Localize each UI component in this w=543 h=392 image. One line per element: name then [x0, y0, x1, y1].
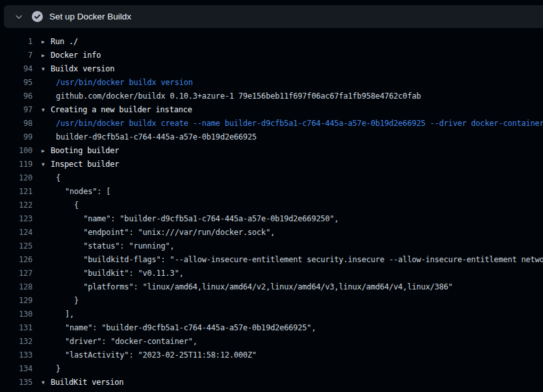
command-text: /usr/bin/docker buildx version: [51, 76, 543, 90]
group-title[interactable]: Booting builder: [51, 144, 543, 158]
step-header[interactable]: Set up Docker Buildx: [4, 5, 543, 28]
line-number[interactable]: 134: [0, 362, 32, 376]
group-title[interactable]: Buildx version: [51, 62, 543, 76]
line-number[interactable]: 127: [0, 267, 32, 280]
check-circle-icon: [29, 11, 45, 22]
output-text: {: [51, 199, 543, 212]
log-group-row: 135▼BuildKit version: [0, 376, 543, 389]
log-line-row: 125 "status": "running",: [0, 239, 543, 253]
line-number[interactable]: 133: [0, 349, 32, 362]
log-group-row: 1▶Run ./: [0, 35, 543, 49]
log-line-row: 122 {: [0, 199, 543, 212]
marker-spacer: [32, 362, 51, 376]
group-expanded-triangle-icon[interactable]: ▼: [32, 376, 51, 389]
marker-spacer: [32, 321, 51, 335]
log-line-row: 131 "name": "builder-d9cfb5a1-c764-445a-…: [0, 321, 543, 335]
log-group-row: 94▼Buildx version: [0, 62, 543, 76]
log-viewer: 1▶Run ./7▶Docker info94▼Buildx version95…: [0, 28, 543, 392]
line-number[interactable]: 125: [0, 239, 32, 253]
group-collapsed-triangle-icon[interactable]: ▶: [32, 49, 51, 62]
output-text: "endpoint": "unix:///var/run/docker.sock…: [51, 226, 543, 239]
marker-spacer: [32, 253, 51, 267]
log-line-row: 127 "buildkit": "v0.11.3",: [0, 267, 543, 280]
output-text: "status": "running",: [51, 239, 543, 253]
marker-spacer: [32, 117, 51, 130]
output-text: "lastActivity": "2023-02-25T11:58:12.000…: [51, 349, 543, 362]
marker-spacer: [32, 267, 51, 280]
log-group-row: 97▼Creating a new builder instance: [0, 103, 543, 117]
marker-spacer: [32, 308, 51, 321]
line-number[interactable]: 119: [0, 158, 32, 171]
log-line-row: 98/usr/bin/docker buildx create --name b…: [0, 117, 543, 130]
group-title[interactable]: Creating a new builder instance: [51, 103, 543, 117]
chevron-down-icon[interactable]: [9, 12, 29, 21]
line-number[interactable]: 96: [0, 90, 32, 103]
marker-spacer: [32, 90, 51, 103]
line-number[interactable]: 1: [0, 35, 32, 49]
line-number[interactable]: 97: [0, 103, 32, 117]
output-text: "platforms": "linux/amd64,linux/amd64/v2…: [51, 280, 543, 294]
group-expanded-triangle-icon[interactable]: ▼: [32, 158, 51, 171]
line-number[interactable]: 124: [0, 226, 32, 239]
line-number[interactable]: 121: [0, 185, 32, 199]
marker-spacer: [32, 185, 51, 199]
line-number[interactable]: 131: [0, 321, 32, 335]
line-number[interactable]: 126: [0, 253, 32, 267]
log-line-row: 129 }: [0, 294, 543, 308]
output-text: "nodes": [: [51, 185, 543, 199]
output-text: "buildkit": "v0.11.3",: [51, 267, 543, 280]
marker-spacer: [32, 349, 51, 362]
log-line-row: 99builder-d9cfb5a1-c764-445a-a57e-0b19d2…: [0, 130, 543, 144]
line-number[interactable]: 129: [0, 294, 32, 308]
group-collapsed-triangle-icon[interactable]: ▶: [32, 35, 51, 49]
marker-spacer: [32, 199, 51, 212]
output-text: builder-d9cfb5a1-c764-445a-a57e-0b19d2e6…: [51, 130, 543, 144]
group-title[interactable]: Run ./: [51, 35, 543, 49]
group-expanded-triangle-icon[interactable]: ▼: [32, 103, 51, 117]
log-group-row: 100▶Booting builder: [0, 144, 543, 158]
output-text: "buildkitd-flags": "--allow-insecure-ent…: [51, 253, 543, 267]
line-number[interactable]: 7: [0, 49, 32, 62]
line-number[interactable]: 94: [0, 62, 32, 76]
group-title[interactable]: Inspect builder: [51, 158, 543, 171]
log-line-row: 132 "driver": "docker-container",: [0, 335, 543, 349]
line-number[interactable]: 95: [0, 76, 32, 90]
line-number[interactable]: 98: [0, 117, 32, 130]
marker-spacer: [32, 130, 51, 144]
log-line-row: 121 "nodes": [: [0, 185, 543, 199]
log-line-row: 128 "platforms": "linux/amd64,linux/amd6…: [0, 280, 543, 294]
log-line-row: 95/usr/bin/docker buildx version: [0, 76, 543, 90]
line-number[interactable]: 122: [0, 199, 32, 212]
line-number[interactable]: 136: [0, 389, 32, 392]
group-title[interactable]: BuildKit version: [51, 376, 543, 389]
marker-spacer: [32, 280, 51, 294]
line-number[interactable]: 132: [0, 335, 32, 349]
marker-spacer: [32, 335, 51, 349]
output-text: builder-d9cfb5a1-c764-445a-a57e-0b19d2e6…: [51, 389, 543, 392]
log-line-row: 120{: [0, 171, 543, 185]
output-text: "name": "builder-d9cfb5a1-c764-445a-a57e…: [51, 212, 543, 226]
log-line-row: 136builder-d9cfb5a1-c764-445a-a57e-0b19d…: [0, 389, 543, 392]
log-line-row: 133 "lastActivity": "2023-02-25T11:58:12…: [0, 349, 543, 362]
marker-spacer: [32, 171, 51, 185]
log-line-row: 130 ],: [0, 308, 543, 321]
log-line-row: 123 "name": "builder-d9cfb5a1-c764-445a-…: [0, 212, 543, 226]
line-number[interactable]: 130: [0, 308, 32, 321]
output-text: github.com/docker/buildx 0.10.3+azure-1 …: [51, 90, 543, 103]
line-number[interactable]: 100: [0, 144, 32, 158]
marker-spacer: [32, 389, 51, 392]
group-expanded-triangle-icon[interactable]: ▼: [32, 62, 51, 76]
marker-spacer: [32, 76, 51, 90]
line-number[interactable]: 135: [0, 376, 32, 389]
line-number[interactable]: 128: [0, 280, 32, 294]
marker-spacer: [32, 226, 51, 239]
line-number[interactable]: 99: [0, 130, 32, 144]
line-number[interactable]: 120: [0, 171, 32, 185]
output-text: }: [51, 362, 543, 376]
output-text: {: [51, 171, 543, 185]
log-line-row: 126 "buildkitd-flags": "--allow-insecure…: [0, 253, 543, 267]
marker-spacer: [32, 294, 51, 308]
group-title[interactable]: Docker info: [51, 49, 543, 62]
line-number[interactable]: 123: [0, 212, 32, 226]
group-collapsed-triangle-icon[interactable]: ▶: [32, 144, 51, 158]
